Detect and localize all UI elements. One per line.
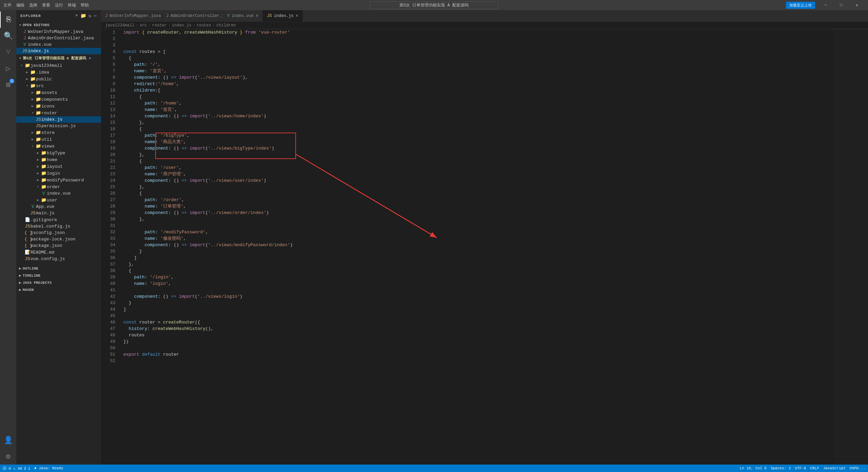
status-cursor[interactable]: Ln 16, Col 8 bbox=[740, 466, 767, 470]
views-folder-icon: 📁 bbox=[35, 143, 41, 149]
new-file-icon[interactable]: + bbox=[75, 13, 78, 19]
open-editor-index-vue[interactable]: V index.vue bbox=[16, 41, 101, 48]
line-number: 39 bbox=[104, 274, 115, 280]
tab-index-vue[interactable]: V index.vue × bbox=[223, 10, 263, 22]
new-folder-icon[interactable]: 📁 bbox=[80, 13, 86, 19]
code-content[interactable]: import { createRouter, createWebHashHist… bbox=[118, 29, 834, 465]
source-control-activity-icon[interactable]: ⑂ bbox=[0, 44, 16, 60]
file-jsconfig[interactable]: { } jsconfig.json bbox=[16, 230, 101, 236]
folder-modifypassword[interactable]: ▶ 📁 modifyPassword bbox=[16, 177, 101, 183]
code-line: { bbox=[123, 55, 834, 61]
menu-file[interactable]: 文件 bbox=[3, 2, 12, 8]
menu-edit[interactable]: 编辑 bbox=[16, 2, 24, 8]
open-editor-adminordercontroller[interactable]: J AdminOrderController.java bbox=[16, 35, 101, 41]
file-package-json[interactable]: { } package.json bbox=[16, 242, 101, 249]
tab-wxuserinfomapper[interactable]: J WxUserInfoMapper.java × bbox=[101, 10, 162, 22]
breadcrumb-indexjs[interactable]: index.js bbox=[172, 23, 192, 28]
sidebar-header-icons[interactable]: + 📁 ↻ ⋯ bbox=[75, 13, 97, 19]
explorer-activity-icon[interactable]: ⎘ bbox=[0, 12, 16, 28]
breadcrumb-java1234mall[interactable]: java1234mall bbox=[105, 23, 134, 28]
code-line: component: () => import('../views/layout… bbox=[123, 74, 834, 81]
title-search[interactable]: 第5次 订单管理功能实现 A 配套源码 bbox=[370, 1, 498, 9]
breadcrumb-routes[interactable]: routes bbox=[197, 23, 211, 28]
icons-label: icons bbox=[41, 104, 101, 109]
timeline-section[interactable]: ▶ TIMELINE bbox=[16, 272, 101, 279]
public-label: public bbox=[36, 77, 101, 82]
status-java-ready[interactable]: ● Java: Ready bbox=[34, 466, 63, 470]
folder-store[interactable]: ▶ 📁 store bbox=[16, 129, 101, 136]
folder-order[interactable]: ▾ 📁 order bbox=[16, 183, 101, 190]
status-encoding[interactable]: UTF-8 bbox=[795, 466, 806, 470]
upload-button[interactable]: 加载至云上传 bbox=[786, 2, 815, 9]
file-index-js[interactable]: JS index.js bbox=[16, 116, 101, 123]
maximize-button[interactable]: □ bbox=[833, 0, 849, 10]
java-projects-section[interactable]: ▶ JAVA PROJECTS bbox=[16, 279, 101, 286]
folder-idea[interactable]: ▶ 📁 .idea bbox=[16, 69, 101, 76]
tab-close-4[interactable]: × bbox=[295, 13, 298, 19]
folder-assets[interactable]: ▶ 📁 assets bbox=[16, 89, 101, 96]
menu-terminal[interactable]: 终端 bbox=[68, 2, 76, 8]
folder-layout[interactable]: ▶ 📁 layout bbox=[16, 163, 101, 170]
editor-main[interactable]: 1234567891011121314151617181920212223242… bbox=[101, 29, 834, 465]
status-language[interactable]: JavaScript bbox=[823, 466, 846, 470]
menu-run[interactable]: 运行 bbox=[55, 2, 63, 8]
collapse-icon[interactable]: ⋯ bbox=[94, 13, 97, 19]
menu-help[interactable]: 帮助 bbox=[81, 2, 89, 8]
open-editors-section[interactable]: ▾ OPEN EDITORS bbox=[16, 21, 101, 28]
menu-view[interactable]: 查看 bbox=[42, 2, 50, 8]
folder-user[interactable]: ▶ 📁 user bbox=[16, 197, 101, 203]
tab-adminordercontroller[interactable]: J AdminOrderController.java × bbox=[162, 10, 223, 22]
refresh-icon[interactable]: ↻ bbox=[88, 13, 92, 19]
open-editor-wxuserinfomapper[interactable]: J WxUserInfoMapper.java bbox=[16, 28, 101, 35]
file-gitignore[interactable]: 📄 .gitignore bbox=[16, 216, 101, 223]
folder-java1234mall[interactable]: ▾ 📁 java1234mall bbox=[16, 62, 101, 69]
breadcrumb-router[interactable]: router bbox=[152, 23, 166, 28]
status-errors[interactable]: ⓪ 0 ⚠ 30 ℹ 1 bbox=[3, 466, 30, 471]
folder-views[interactable]: ▾ 📁 views bbox=[16, 143, 101, 150]
file-app-vue[interactable]: V App.vue bbox=[16, 203, 101, 210]
breadcrumb-children[interactable]: children bbox=[216, 23, 236, 28]
file-readme[interactable]: 📝 README.md bbox=[16, 249, 101, 256]
run-activity-icon[interactable]: ▷ bbox=[0, 60, 16, 77]
folder-components[interactable]: ▶ 📁 components bbox=[16, 96, 101, 103]
file-babel-config[interactable]: JS babel.config.js bbox=[16, 223, 101, 230]
babel-icon: JS bbox=[24, 224, 31, 229]
window-controls[interactable]: ─ □ ✕ bbox=[818, 0, 865, 10]
file-vue-config[interactable]: JS vue.config.js bbox=[16, 256, 101, 262]
open-editor-index-js[interactable]: JS index.js bbox=[16, 48, 101, 54]
menu-bar[interactable]: 文件 编辑 选择 查看 运行 终端 帮助 bbox=[3, 2, 89, 8]
close-button[interactable]: ✕ bbox=[849, 0, 865, 10]
file-main-js[interactable]: JS main.js bbox=[16, 210, 101, 216]
folder-util[interactable]: ▶ 📁 util bbox=[16, 136, 101, 143]
project-section[interactable]: ▾ 第5次 订单管理功能实现 A 配套源码 ● bbox=[16, 54, 101, 62]
account-activity-icon[interactable]: 👤 bbox=[0, 432, 16, 448]
folder-home[interactable]: ▶ 📁 home bbox=[16, 156, 101, 163]
extensions-activity-icon[interactable]: ⊞ 1 bbox=[0, 77, 16, 93]
folder-bigtype[interactable]: ▶ 📁 bigType bbox=[16, 150, 101, 156]
folder-public[interactable]: ▶ 📁 public bbox=[16, 76, 101, 82]
maven-section[interactable]: ▶ MAVEN bbox=[16, 286, 101, 293]
minimize-button[interactable]: ─ bbox=[818, 0, 833, 10]
router-arrow: ▾ bbox=[30, 111, 35, 115]
tab-close-3[interactable]: × bbox=[256, 13, 258, 19]
file-permission-js[interactable]: JS permission.js bbox=[16, 123, 101, 129]
folder-login[interactable]: ▶ 📁 login bbox=[16, 170, 101, 177]
line-number: 50 bbox=[104, 345, 115, 351]
status-eol[interactable]: CRLF bbox=[810, 466, 819, 470]
file-package-lock[interactable]: { } package-lock.json bbox=[16, 236, 101, 242]
status-spaces[interactable]: Spaces: 2 bbox=[771, 466, 791, 470]
settings-activity-icon[interactable]: ⚙ bbox=[0, 448, 16, 465]
folder-src[interactable]: ▾ 📁 src bbox=[16, 82, 101, 89]
folder-router[interactable]: ▾ 📁 router bbox=[16, 110, 101, 116]
tab-index-js[interactable]: JS index.js × bbox=[263, 10, 302, 22]
open-editor-label-3: index.vue bbox=[28, 42, 101, 47]
file-order-index-vue[interactable]: V index.vue bbox=[16, 190, 101, 197]
breadcrumb-src[interactable]: src bbox=[140, 23, 147, 28]
code-line: path: '/home', bbox=[123, 100, 834, 106]
status-misc[interactable]: OSPD... bbox=[850, 466, 865, 470]
menu-selection[interactable]: 选择 bbox=[29, 2, 37, 8]
folder-icons[interactable]: ▶ 📁 icons bbox=[16, 103, 101, 110]
line-number: 26 bbox=[104, 190, 115, 197]
outline-section[interactable]: ▶ OUTLINE bbox=[16, 265, 101, 272]
search-activity-icon[interactable]: 🔍 bbox=[0, 28, 16, 44]
